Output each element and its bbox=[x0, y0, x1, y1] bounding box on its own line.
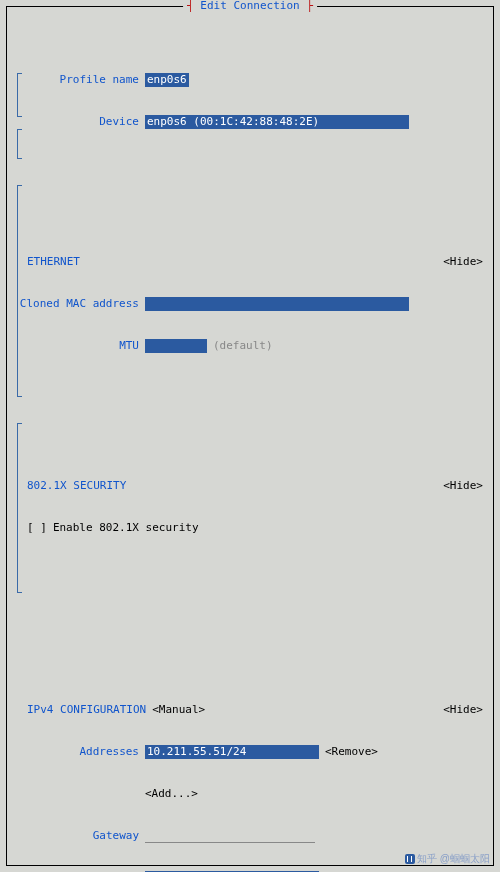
row-ipv4-addresses: Addresses 10.211.55.51/24 <Remove> bbox=[13, 745, 487, 759]
checkbox-enable-8021x[interactable]: [ ] bbox=[27, 521, 47, 535]
row-mtu: MTU (default) bbox=[13, 339, 487, 353]
input-ipv4-gateway[interactable] bbox=[145, 829, 315, 843]
row-ipv4-addresses-add: <Add...> bbox=[13, 787, 487, 801]
label-profile-name: Profile name bbox=[13, 73, 139, 87]
bracket-8021x bbox=[17, 129, 22, 159]
title-bracket-right: ├ bbox=[300, 0, 313, 12]
window-frame: ┤ Edit Connection ├ Profile name enp0s6 … bbox=[6, 6, 494, 866]
section-ipv4: IPv4 CONFIGURATION bbox=[27, 703, 146, 717]
label-enable-8021x: Enable 802.1X security bbox=[53, 521, 199, 535]
row-profile-name: Profile name enp0s6 bbox=[13, 73, 487, 87]
label-ipv4-gateway: Gateway bbox=[13, 829, 139, 843]
row-8021x-header: 802.1X SECURITY <Hide> bbox=[13, 479, 487, 493]
input-profile-name[interactable]: enp0s6 bbox=[145, 73, 189, 87]
bracket-ethernet bbox=[17, 73, 22, 117]
row-ipv4-header: IPv4 CONFIGURATION <Manual> <Hide> bbox=[13, 703, 487, 717]
hide-ipv4[interactable]: <Hide> bbox=[443, 703, 483, 717]
bracket-ipv6 bbox=[17, 423, 22, 593]
section-ethernet: ETHERNET bbox=[27, 255, 80, 269]
input-device[interactable]: enp0s6 (00:1C:42:88:48:2E) bbox=[145, 115, 409, 129]
text-mtu-default: (default) bbox=[213, 339, 273, 353]
input-ipv4-addr1[interactable]: 10.211.55.51/24 bbox=[145, 745, 319, 759]
title-bracket-left: ┤ bbox=[187, 0, 200, 12]
remove-ipv4-addr1[interactable]: <Remove> bbox=[325, 745, 378, 759]
label-cloned-mac: Cloned MAC address bbox=[13, 297, 139, 311]
hide-ethernet[interactable]: <Hide> bbox=[443, 255, 483, 269]
watermark-text: 知乎 @蝈蝈太阳 bbox=[417, 853, 490, 864]
row-enable-8021x: [ ] Enable 802.1X security bbox=[13, 521, 487, 535]
label-ipv4-addresses: Addresses bbox=[13, 745, 139, 759]
row-cloned-mac: Cloned MAC address bbox=[13, 297, 487, 311]
input-cloned-mac[interactable] bbox=[145, 297, 409, 311]
label-mtu: MTU bbox=[13, 339, 139, 353]
zhihu-icon bbox=[405, 854, 415, 864]
title-text: Edit Connection bbox=[200, 0, 299, 12]
row-device: Device enp0s6 (00:1C:42:88:48:2E) bbox=[13, 115, 487, 129]
window-title: ┤ Edit Connection ├ bbox=[183, 0, 317, 13]
row-ipv4-gateway: Gateway bbox=[13, 829, 487, 843]
bracket-ipv4 bbox=[17, 185, 22, 397]
add-ipv4-address[interactable]: <Add...> bbox=[145, 787, 198, 801]
hide-8021x[interactable]: <Hide> bbox=[443, 479, 483, 493]
select-ipv4-mode[interactable]: <Manual> bbox=[152, 703, 205, 717]
section-8021x: 802.1X SECURITY bbox=[27, 479, 126, 493]
label-device: Device bbox=[13, 115, 139, 129]
content-area: Profile name enp0s6 Device enp0s6 (00:1C… bbox=[13, 17, 487, 859]
watermark: 知乎 @蝈蝈太阳 bbox=[405, 852, 490, 866]
input-mtu[interactable] bbox=[145, 339, 207, 353]
row-ethernet-header: ETHERNET <Hide> bbox=[13, 255, 487, 269]
